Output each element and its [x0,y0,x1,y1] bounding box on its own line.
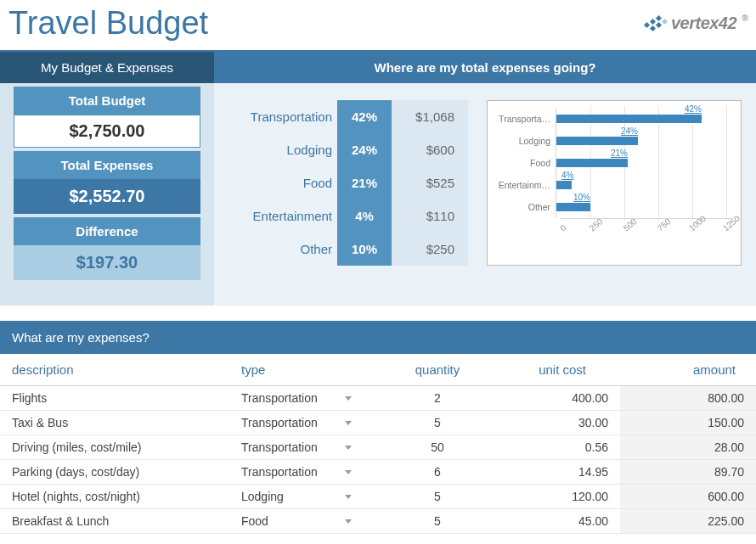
chart-bar [556,159,628,167]
breakdown-row-pct: 21% [337,166,392,199]
expense-unit-cost[interactable]: 0.56 [484,435,620,460]
breakdown-row-amount: $525 [392,166,468,199]
breakdown-row-amount: $110 [392,199,468,233]
chart-bar-track: 42% [556,108,732,130]
expense-quantity[interactable]: 5 [391,411,484,435]
vertex42-logo-text: vertex42 [671,14,736,33]
budget-summary-panel: My Budget & Expenses Total Budget $2,750… [0,52,214,306]
expense-description[interactable]: Flights [0,386,229,411]
chevron-down-icon[interactable] [345,495,352,499]
col-quantity[interactable]: quantity [391,354,484,386]
expense-amount: 89.70 [620,460,756,485]
expense-quantity[interactable]: 50 [391,435,484,460]
table-row: Parking (days, cost/day)Transportation61… [0,460,756,485]
chart-tick-label: 250 [588,216,605,233]
expense-type-dropdown[interactable]: Transportation [229,386,391,411]
breakdown-row-amount: $1,068 [392,100,468,133]
expense-description[interactable]: Breakfast & Lunch [0,509,229,534]
expense-quantity[interactable]: 2 [391,386,484,411]
chart-bar [556,203,590,211]
chart-tick-label: 750 [656,216,673,233]
chevron-down-icon[interactable] [345,470,352,474]
total-expenses-value: $2,552.70 [14,179,200,214]
col-unit-cost[interactable]: unit cost [484,354,620,386]
breakdown-row-amount: $600 [392,133,468,166]
col-type[interactable]: type [229,354,391,386]
summary-section: My Budget & Expenses Total Budget $2,750… [0,52,756,306]
expense-description[interactable]: Driving (miles, cost/mile) [0,435,229,460]
expense-unit-cost[interactable]: 45.00 [484,509,620,534]
col-description[interactable]: description [0,354,229,386]
chart-category-label: Transporta… [493,114,556,124]
breakdown-row-pct: 4% [337,199,392,233]
expense-quantity[interactable]: 5 [391,509,484,534]
chart-bar-track: 10% [556,196,732,218]
expenses-title: What are my expenses? [0,321,756,354]
table-row: Driving (miles, cost/mile)Transportation… [0,435,756,460]
chevron-down-icon[interactable] [345,446,352,450]
expense-type-dropdown[interactable]: Transportation [229,411,391,435]
expense-description[interactable]: Hotel (nights, cost/night) [0,485,229,509]
total-budget-value[interactable]: $2,750.00 [14,115,200,148]
chart-x-axis: 025050075010001250 [561,218,732,242]
table-row: Breakfast & LunchFood545.00225.00 [0,509,756,534]
expense-type-dropdown[interactable]: Transportation [229,460,391,485]
expense-type-dropdown[interactable]: Food [229,509,391,534]
expense-description[interactable]: Taxi & Bus [0,411,229,435]
chevron-down-icon[interactable] [345,519,352,524]
chart-bar [556,137,638,145]
expense-unit-cost[interactable]: 30.00 [484,411,620,435]
expense-unit-cost[interactable]: 14.95 [484,460,620,485]
expense-amount: 28.00 [620,435,756,460]
chart-bar-track: 21% [556,152,732,174]
table-row: Hotel (nights, cost/night)Lodging5120.00… [0,485,756,509]
chart-category-label: Lodging [493,136,556,146]
difference-label: Difference [14,217,200,245]
total-expenses-label: Total Expenses [14,151,200,179]
page-title: Travel Budget [8,5,208,42]
chart-bar-label: 10% [573,193,590,202]
page-header: Travel Budget vertex42 ® [0,0,756,52]
breakdown-row-label: Lodging [214,133,337,166]
vertex42-logo: vertex42 ® [642,14,748,33]
budget-summary-title: My Budget & Expenses [0,52,214,83]
chevron-down-icon[interactable] [345,421,352,425]
breakdown-row-label: Food [214,166,337,199]
vertex42-reg-mark: ® [742,14,748,23]
chart-bar-track: 24% [556,130,732,152]
chart-bar-label: 4% [561,171,573,180]
total-budget-label: Total Budget [14,87,200,115]
chart-tick-label: 500 [622,216,639,233]
breakdown-row-pct: 24% [337,133,392,166]
expense-quantity[interactable]: 5 [391,485,484,509]
expense-type-dropdown[interactable]: Transportation [229,435,391,460]
expense-description[interactable]: Parking (days, cost/day) [0,460,229,485]
breakdown-chart: Transporta…42%Lodging24%Food21%Entertain… [487,100,742,266]
expense-unit-cost[interactable]: 400.00 [484,386,620,411]
expense-amount: 600.00 [620,485,756,509]
expenses-table: description type quantity unit cost amou… [0,354,756,534]
chart-bar [556,115,702,123]
col-amount[interactable]: amount [620,354,756,386]
chart-bar-label: 42% [685,104,702,114]
chevron-down-icon[interactable] [345,396,352,401]
expense-unit-cost[interactable]: 120.00 [484,485,620,509]
breakdown-row-label: Transportation [214,100,337,133]
chart-row: Food21% [493,152,732,174]
chart-category-label: Other [493,202,556,212]
expense-quantity[interactable]: 6 [391,460,484,485]
breakdown-row-label: Entertainment [214,199,337,233]
expense-type-dropdown[interactable]: Lodging [229,485,391,509]
breakdown-panel: Where are my total expenses going? Trans… [214,52,756,306]
chart-category-label: Food [493,158,556,168]
chart-bar [556,181,572,189]
difference-value: $197.30 [14,245,200,280]
breakdown-row-pct: 10% [337,233,392,266]
breakdown-row-amount: $250 [392,233,468,266]
chart-category-label: Entertainm… [493,180,556,190]
vertex42-logo-mark [642,14,666,33]
chart-row: Entertainm…4% [493,174,732,196]
expense-amount: 800.00 [620,386,756,411]
breakdown-title: Where are my total expenses going? [214,52,756,83]
table-row: FlightsTransportation2400.00800.00 [0,386,756,411]
